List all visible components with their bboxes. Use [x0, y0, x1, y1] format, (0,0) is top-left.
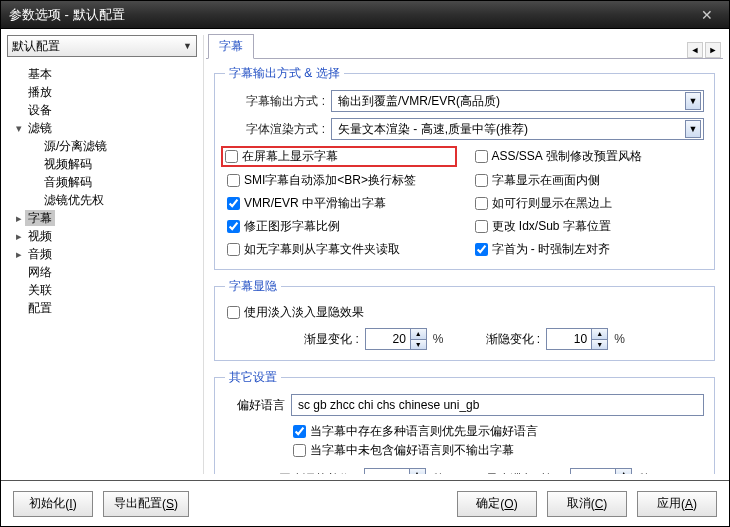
tree-item-label[interactable]: 基本	[25, 66, 55, 82]
group-output: 字幕输出方式 & 选择 字幕输出方式 : 输出到覆盖/VMR/EVR(高品质) …	[214, 65, 715, 270]
render-mode-select[interactable]: 矢量文本渲染 - 高速,质量中等(推荐) ▼	[331, 118, 704, 140]
tree-item-label[interactable]: 滤镜优先权	[41, 192, 107, 208]
tree-item[interactable]: ▸字幕	[13, 209, 197, 227]
tree-item[interactable]: 关联	[13, 281, 197, 299]
spin-up-icon[interactable]: ▲	[411, 329, 426, 340]
cb-dash-left[interactable]: 字首为 - 时强制左对齐	[473, 240, 705, 259]
chevron-down-icon: ▼	[685, 120, 701, 138]
tree-item-label[interactable]: 网络	[25, 264, 55, 280]
cb-show-on-screen[interactable]: 在屏幕上显示字幕	[221, 146, 457, 167]
percent-unit: %	[433, 332, 444, 346]
tab-next-icon[interactable]: ►	[705, 42, 721, 58]
tree-item-label[interactable]: 音频	[25, 246, 55, 262]
fadeout-spin[interactable]: ▲▼	[546, 328, 608, 350]
spin-up-icon[interactable]: ▲	[592, 329, 607, 340]
tree-item[interactable]: ▾滤镜源/分离滤镜视频解码音频解码滤镜优先权	[13, 119, 197, 209]
cb-blackbar[interactable]: 如可行则显示在黑边上	[473, 194, 705, 213]
tree-item[interactable]: 网络	[13, 263, 197, 281]
spin-up-icon[interactable]: ▲	[410, 469, 425, 474]
profile-combo-value: 默认配置	[12, 38, 60, 55]
spin-down-icon[interactable]: ▼	[592, 340, 607, 350]
percent-unit: %	[614, 332, 625, 346]
min-stay-input[interactable]	[571, 469, 615, 474]
tree-item-label[interactable]: 源/分离滤镜	[41, 138, 110, 154]
tree-item[interactable]: 基本	[13, 65, 197, 83]
tree-collapse-icon[interactable]: ▾	[13, 119, 25, 137]
window-title: 参数选项 - 默认配置	[9, 6, 125, 24]
tree-expand-icon[interactable]: ▸	[13, 227, 25, 245]
pref-lang-input[interactable]	[291, 394, 704, 416]
spin-up-icon[interactable]: ▲	[616, 469, 631, 474]
group-output-legend: 字幕输出方式 & 选择	[225, 65, 344, 82]
output-mode-label: 字幕输出方式 :	[225, 93, 325, 110]
tree-expand-icon[interactable]: ▸	[13, 245, 25, 263]
tab-body: 字幕输出方式 & 选择 字幕输出方式 : 输出到覆盖/VMR/EVR(高品质) …	[206, 59, 723, 474]
tree-item[interactable]: 视频解码	[29, 155, 197, 173]
sec-unit: 秒	[432, 471, 444, 475]
cancel-button[interactable]: 取消(C)	[547, 491, 627, 517]
cb-ass-force-style[interactable]: ASS/SSA 强制修改预置风格	[473, 146, 705, 167]
tree-item-label[interactable]: 配置	[25, 300, 55, 316]
tree-item-label[interactable]: 字幕	[25, 210, 55, 226]
tree-item[interactable]: 源/分离滤镜	[29, 137, 197, 155]
preferences-window: 参数选项 - 默认配置 ✕ 默认配置 ▼ 基本播放设备▾滤镜源/分离滤镜视频解码…	[0, 0, 730, 527]
tree-item[interactable]: ▸视频	[13, 227, 197, 245]
group-other-legend: 其它设置	[225, 369, 281, 386]
output-mode-select[interactable]: 输出到覆盖/VMR/EVR(高品质) ▼	[331, 90, 704, 112]
fadein-spin[interactable]: ▲▼	[365, 328, 427, 350]
close-icon[interactable]: ✕	[693, 5, 721, 25]
tree-expand-icon[interactable]: ▸	[13, 209, 25, 227]
render-mode-value: 矢量文本渲染 - 高速,质量中等(推荐)	[338, 121, 528, 138]
fadeout-input[interactable]	[547, 329, 591, 349]
cb-read-folder[interactable]: 如无字幕则从字幕文件夹读取	[225, 240, 457, 259]
min-stay-label: 最小滞留时间 :	[486, 471, 565, 475]
ok-button[interactable]: 确定(O)	[457, 491, 537, 517]
group-fade: 字幕显隐 使用淡入淡入显隐效果 渐显变化 : ▲▼ % 渐隐变化 :	[214, 278, 715, 361]
tree-item[interactable]: 音频解码	[29, 173, 197, 191]
tree-item-label[interactable]: 播放	[25, 84, 55, 100]
export-button[interactable]: 导出配置(S)	[103, 491, 189, 517]
tree-item[interactable]: 设备	[13, 101, 197, 119]
group-other: 其它设置 偏好语言 当字幕中存在多种语言则优先显示偏好语言 当字幕中未包含偏好语…	[214, 369, 715, 474]
tree-item-label[interactable]: 滤镜	[25, 120, 55, 136]
cb-skip-no-pref[interactable]: 当字幕中未包含偏好语言则不输出字幕	[291, 441, 704, 460]
sync-step-input[interactable]	[365, 469, 409, 474]
tree-item[interactable]: 配置	[13, 299, 197, 317]
tree-item-label[interactable]: 设备	[25, 102, 55, 118]
tree-item-label[interactable]: 视频	[25, 228, 55, 244]
render-mode-label: 字体渲染方式 :	[225, 121, 325, 138]
cb-idxsub-pos[interactable]: 更改 Idx/Sub 字幕位置	[473, 217, 705, 236]
apply-button[interactable]: 应用(A)	[637, 491, 717, 517]
tree-item[interactable]: 播放	[13, 83, 197, 101]
spin-down-icon[interactable]: ▼	[411, 340, 426, 350]
content-area: 默认配置 ▼ 基本播放设备▾滤镜源/分离滤镜视频解码音频解码滤镜优先权▸字幕▸视…	[1, 29, 729, 480]
tree-item[interactable]: ▸音频	[13, 245, 197, 263]
fadein-input[interactable]	[366, 329, 410, 349]
group-fade-legend: 字幕显隐	[225, 278, 281, 295]
tab-prev-icon[interactable]: ◄	[687, 42, 703, 58]
cb-smi-br[interactable]: SMI字幕自动添加<BR>换行标签	[225, 171, 457, 190]
cb-use-fade[interactable]: 使用淡入淡入显隐效果	[225, 303, 704, 322]
output-mode-value: 输出到覆盖/VMR/EVR(高品质)	[338, 93, 500, 110]
tab-bar: 字幕 ◄ ►	[206, 35, 723, 59]
tree-item-label[interactable]: 关联	[25, 282, 55, 298]
cb-vmr-smooth[interactable]: VMR/EVR 中平滑输出字幕	[225, 194, 457, 213]
init-button[interactable]: 初始化(I)	[13, 491, 93, 517]
category-tree: 基本播放设备▾滤镜源/分离滤镜视频解码音频解码滤镜优先权▸字幕▸视频▸音频网络关…	[7, 61, 197, 474]
sync-step-spin[interactable]: ▲▼	[364, 468, 426, 474]
cb-inside-picture[interactable]: 字幕显示在画面内侧	[473, 171, 705, 190]
tab-subtitle[interactable]: 字幕	[208, 34, 254, 59]
tab-label: 字幕	[219, 39, 243, 53]
min-stay-spin[interactable]: ▲▼	[570, 468, 632, 474]
options-grid: 在屏幕上显示字幕 ASS/SSA 强制修改预置风格 SMI字幕自动添加<BR>换…	[225, 146, 704, 259]
fadeout-label: 渐隐变化 :	[486, 331, 541, 348]
cb-fix-ratio[interactable]: 修正图形字幕比例	[225, 217, 457, 236]
left-pane: 默认配置 ▼ 基本播放设备▾滤镜源/分离滤镜视频解码音频解码滤镜优先权▸字幕▸视…	[7, 35, 197, 474]
tree-item-label[interactable]: 视频解码	[41, 156, 95, 172]
fadein-label: 渐显变化 :	[304, 331, 359, 348]
tree-item-label[interactable]: 音频解码	[41, 174, 95, 190]
cb-pref-lang-priority[interactable]: 当字幕中存在多种语言则优先显示偏好语言	[291, 422, 704, 441]
tree-item[interactable]: 滤镜优先权	[29, 191, 197, 209]
titlebar: 参数选项 - 默认配置 ✕	[1, 1, 729, 29]
profile-combo[interactable]: 默认配置 ▼	[7, 35, 197, 57]
